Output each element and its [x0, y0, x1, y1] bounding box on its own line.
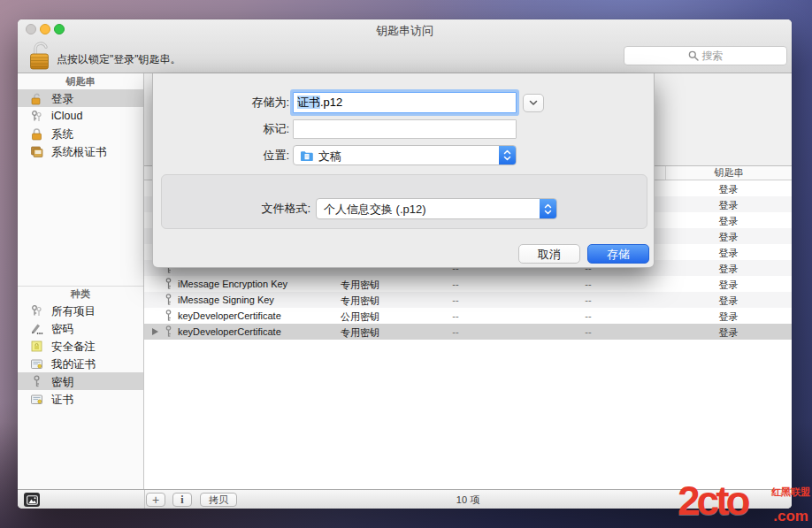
- table-row[interactable]: iMessage Encryption Key 专用密钥 -- -- 登录: [144, 276, 792, 292]
- popup-stepper-icon: [499, 146, 516, 165]
- tags-label: 标记:: [153, 119, 289, 139]
- save-as-label: 存储为:: [153, 92, 289, 113]
- titlebar: 钥匙串访问 点按以锁定"登录"钥匙串。 搜索: [18, 19, 792, 73]
- sidebar-item-passwords[interactable]: 密码: [18, 319, 143, 337]
- cancel-button[interactable]: 取消: [518, 244, 580, 264]
- table-row[interactable]: iMessage Signing Key 专用密钥 -- -- 登录: [144, 292, 792, 308]
- key-icon: [163, 325, 174, 338]
- status-bar: + i 拷贝 10 项: [18, 489, 792, 509]
- popup-stepper-icon: [540, 199, 556, 218]
- keys-icon: [30, 110, 43, 123]
- sidebar-item-keys[interactable]: 密钥: [18, 372, 143, 390]
- sidebar-item-all-items[interactable]: 所有项目: [18, 302, 143, 319]
- chevron-down-icon: [529, 100, 538, 106]
- sidebar-header-categories: 种类: [18, 287, 143, 302]
- tags-input[interactable]: [293, 119, 517, 139]
- locked-padlock-icon: [30, 127, 43, 141]
- key-icon: [163, 294, 174, 306]
- sidebar-header-keychains: 钥匙串: [18, 75, 143, 89]
- sidebar-divider: [18, 286, 143, 287]
- sidebar-item-label: 证书: [51, 393, 73, 408]
- watermark-suffix: .com: [773, 508, 808, 525]
- sidebar: 钥匙串 登录 iCloud 系统: [18, 73, 144, 489]
- save-button[interactable]: 存储: [587, 244, 649, 264]
- image-icon[interactable]: [24, 493, 40, 507]
- unlocked-padlock-icon[interactable]: [28, 41, 52, 72]
- table-row[interactable]: keyDeveloperCertificate 公用密钥 -- -- 登录: [144, 308, 792, 324]
- key-icon: [30, 375, 43, 388]
- file-format-popup[interactable]: 个人信息交换 (.p12): [316, 198, 557, 219]
- sidebar-item-my-certificates[interactable]: 我的证书: [18, 355, 143, 372]
- column-header-keychain[interactable]: 钥匙串: [665, 166, 792, 180]
- pencil-icon: [30, 322, 43, 335]
- location-label: 位置:: [153, 145, 289, 165]
- watermark-badge: 红黑联盟: [771, 486, 810, 499]
- key-icon: [163, 278, 174, 290]
- secure-note-icon: [30, 340, 43, 353]
- keychain-access-window: 钥匙串访问 点按以锁定"登录"钥匙串。 搜索 钥匙串: [18, 19, 792, 509]
- sidebar-item-label: 所有项目: [51, 304, 96, 319]
- sidebar-item-secure-notes[interactable]: 安全备注: [18, 337, 143, 355]
- documents-folder-icon: [300, 149, 314, 162]
- file-format-label: 文件格式:: [153, 198, 310, 219]
- watermark: 2cto 红黑联盟 .com: [678, 480, 810, 528]
- location-value: 文稿: [318, 149, 341, 165]
- filename-selected-text: 证书: [297, 96, 320, 109]
- filename-extension-text: .p12: [320, 96, 342, 109]
- sidebar-item-certificates[interactable]: 证书: [18, 390, 143, 408]
- certificate-icon: [30, 357, 43, 371]
- search-input[interactable]: 搜索: [624, 46, 787, 65]
- sidebar-item-label: 系统: [51, 127, 73, 142]
- table-row-selected[interactable]: keyDeveloperCertificate 专用密钥 -- -- 登录: [144, 324, 792, 340]
- disclosure-triangle-icon[interactable]: [152, 328, 158, 335]
- location-popup[interactable]: 文稿: [293, 145, 517, 165]
- keys-icon: [30, 304, 43, 318]
- unlocked-padlock-icon: [30, 92, 43, 105]
- key-icon: [163, 310, 174, 322]
- window-title: 钥匙串访问: [18, 23, 792, 39]
- sidebar-item-label: iCloud: [51, 110, 82, 122]
- search-icon: [688, 50, 699, 61]
- sidebar-item-label: 安全备注: [51, 340, 96, 355]
- sidebar-item-label: 系统根证书: [51, 145, 107, 160]
- certificate-icon: [30, 393, 43, 406]
- sidebar-item-label: 密钥: [51, 375, 73, 390]
- sidebar-item-label: 密码: [51, 322, 73, 337]
- expand-dialog-button[interactable]: [523, 94, 544, 112]
- sidebar-item-login[interactable]: 登录: [18, 89, 143, 107]
- sidebar-item-label: 登录: [51, 92, 73, 107]
- sidebar-item-icloud[interactable]: iCloud: [18, 107, 143, 125]
- watermark-logo: 2cto: [678, 477, 747, 524]
- filename-input[interactable]: 证书.p12: [293, 92, 517, 113]
- save-sheet-dialog: 存储为: 证书.p12 标记: 位置: 文稿: [152, 73, 655, 268]
- search-placeholder: 搜索: [702, 49, 724, 64]
- certificate-stack-icon: [30, 145, 43, 158]
- file-format-value: 个人信息交换 (.p12): [324, 202, 426, 218]
- sidebar-item-system[interactable]: 系统: [18, 125, 143, 142]
- lock-status-message: 点按以锁定"登录"钥匙串。: [57, 52, 181, 67]
- sidebar-item-label: 我的证书: [51, 357, 96, 372]
- sidebar-item-system-roots[interactable]: 系统根证书: [18, 142, 143, 160]
